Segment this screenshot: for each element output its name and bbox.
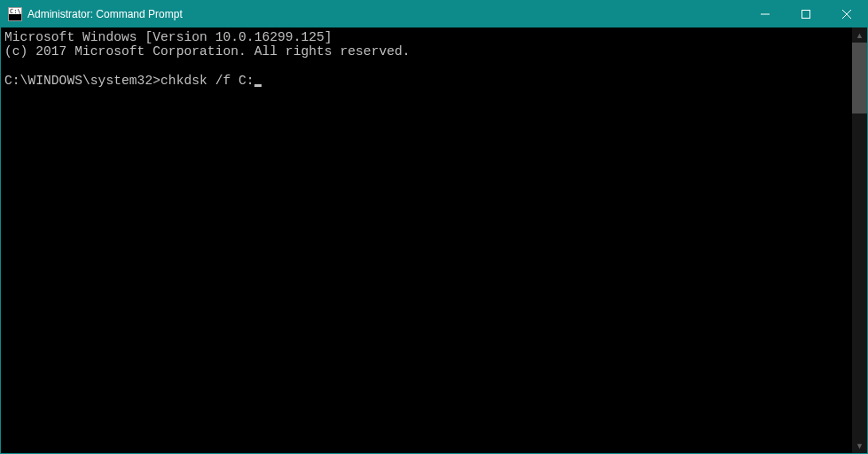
- chevron-down-icon: ▼: [856, 442, 864, 450]
- chevron-up-icon: ▲: [856, 31, 864, 40]
- scroll-down-button[interactable]: ▼: [852, 438, 867, 453]
- terminal-output[interactable]: Microsoft Windows [Version 10.0.16299.12…: [1, 27, 852, 453]
- scroll-thumb[interactable]: [852, 43, 867, 114]
- maximize-button[interactable]: [786, 1, 826, 27]
- banner-line-1: Microsoft Windows [Version 10.0.16299.12…: [4, 30, 332, 44]
- minimize-button[interactable]: [745, 1, 786, 27]
- close-icon: [842, 10, 851, 19]
- scroll-track[interactable]: [852, 43, 867, 438]
- scroll-up-button[interactable]: ▲: [852, 27, 867, 43]
- window-body: Microsoft Windows [Version 10.0.16299.12…: [1, 27, 867, 453]
- maximize-icon: [802, 10, 810, 19]
- titlebar[interactable]: Administrator: Command Prompt: [1, 1, 867, 27]
- svg-rect-0: [802, 11, 810, 19]
- banner-line-2: (c) 2017 Microsoft Corporation. All righ…: [4, 44, 411, 59]
- minimize-icon: [761, 10, 770, 19]
- typed-command: chkdsk /f C:: [160, 74, 254, 88]
- cursor: [254, 84, 262, 87]
- window-title: Administrator: Command Prompt: [27, 8, 745, 20]
- prompt-path: C:\WINDOWS\system32>: [4, 74, 160, 88]
- window-controls: [745, 1, 867, 27]
- vertical-scrollbar[interactable]: ▲ ▼: [852, 27, 867, 453]
- command-prompt-window: Administrator: Command Prompt Microsoft …: [0, 0, 868, 454]
- cmd-icon: [8, 7, 22, 21]
- close-button[interactable]: [826, 1, 867, 27]
